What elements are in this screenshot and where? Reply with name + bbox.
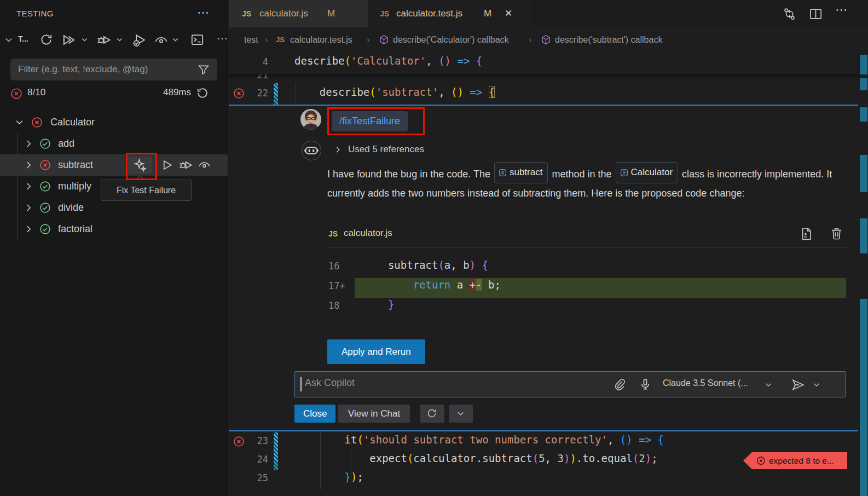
tab-calculator-js[interactable]: JS calculator.js M	[229, 0, 368, 27]
code-text: });	[294, 471, 363, 483]
chevron-right-icon[interactable]	[24, 160, 33, 170]
test-pass-icon	[39, 138, 51, 149]
reveal-test-eye-icon[interactable]	[198, 159, 211, 171]
close-icon[interactable]: ✕	[505, 0, 512, 27]
tab-modified-badge: M	[327, 0, 335, 27]
js-file-icon: JS	[380, 0, 389, 27]
line-number: 4	[231, 56, 268, 67]
line-number: 23	[231, 435, 268, 446]
symbol-chip-subtract[interactable]: @subtract	[494, 162, 548, 183]
terminal-icon[interactable]	[190, 33, 204, 47]
tab-title: calculator.test.js	[396, 0, 462, 27]
toolbar-more-icon[interactable]: ⋯	[217, 32, 228, 45]
tree-item-label: Calculator	[50, 112, 95, 133]
tree-item-subtract[interactable]: subtract	[0, 154, 228, 176]
sidebar-more-icon[interactable]: ⋯	[197, 5, 209, 20]
breadcrumb-item-describe-calculator[interactable]: describe('Calculator') callback	[393, 27, 509, 52]
send-options-chevron-icon[interactable]	[813, 381, 820, 389]
rerun-last-icon[interactable]	[196, 86, 209, 100]
code-text: describe('Calculator', () => {	[294, 55, 482, 67]
code-line-22[interactable]: 22 describe('subtract', () => {	[229, 83, 858, 105]
chevron-right-icon[interactable]	[334, 146, 342, 154]
run-all-tests-icon[interactable]	[61, 33, 76, 47]
chevron-right-icon[interactable]	[24, 224, 33, 234]
test-fail-icon	[31, 117, 43, 128]
js-file-icon: JS	[328, 229, 338, 238]
apply-diff-icon[interactable]	[799, 227, 813, 240]
line-number: 16	[313, 261, 346, 272]
ask-copilot-input[interactable]: Ask Copilot Claude 3.5 Sonnet (...	[294, 371, 846, 397]
breadcrumb-item-test[interactable]: test	[244, 27, 258, 52]
filter-funnel-icon[interactable]	[198, 64, 210, 76]
breadcrumb: test › JS calculator.test.js › describe(…	[229, 27, 858, 52]
model-chevron-down-icon[interactable]	[765, 381, 772, 389]
vscode-window: TESTING ⋯ T... ⋯ Filter (e.g. text, !exc…	[0, 0, 868, 496]
discard-trash-icon[interactable]	[830, 227, 843, 240]
symbol-method-icon: @	[499, 169, 507, 177]
chevron-right-icon[interactable]	[24, 182, 33, 191]
tree-item-label: add	[58, 133, 74, 154]
watch-tests-eye-icon[interactable]	[154, 33, 168, 47]
inline-chat-widget: /fixTestFailure Used 5 references I have…	[229, 106, 858, 430]
codeblock-filename[interactable]: calculator.js	[344, 228, 392, 239]
breadcrumb-separator: ›	[529, 27, 531, 52]
chevron-right-icon[interactable]	[24, 139, 33, 148]
symbol-cube-icon	[541, 34, 551, 45]
chevron-down-icon[interactable]	[4, 36, 13, 44]
tree-item-label: subtract	[58, 154, 93, 176]
rerun-request-button[interactable]	[420, 405, 444, 423]
test-failure-annotation[interactable]: expected 8 to e...	[743, 452, 847, 469]
editor-tab-bar: JS calculator.js M JS calculator.test.js…	[229, 0, 868, 27]
avatar	[300, 109, 321, 132]
tree-item-factorial[interactable]: factorial	[0, 218, 228, 240]
microphone-icon[interactable]	[639, 378, 652, 391]
breadcrumb-item-file[interactable]: calculator.test.js	[290, 27, 352, 52]
send-icon[interactable]	[791, 378, 805, 392]
debug-test-icon[interactable]	[178, 158, 192, 172]
line-number: 17+	[313, 280, 346, 291]
split-editor-icon[interactable]	[809, 7, 823, 21]
symbol-chip-calculator[interactable]: @Calculator	[616, 162, 679, 183]
test-filter-input[interactable]: Filter (e.g. text, !exclude, @tag)	[10, 59, 217, 80]
attach-paperclip-icon[interactable]	[614, 378, 626, 391]
open-changes-icon[interactable]	[783, 7, 796, 21]
editor-more-icon[interactable]: ⋯	[835, 3, 847, 17]
tree-item-calculator[interactable]: Calculator	[0, 112, 228, 133]
testing-toolbar: T... ⋯	[0, 31, 228, 49]
refresh-tests-icon[interactable]	[39, 33, 53, 47]
chevron-right-icon[interactable]	[24, 203, 33, 212]
run-dropdown-chevron-icon[interactable]	[81, 36, 88, 43]
test-fail-icon	[39, 159, 51, 171]
copilot-avatar	[302, 141, 321, 160]
close-button[interactable]: Close	[294, 405, 335, 423]
codeblock-header: JS calculator.js	[327, 226, 846, 245]
svg-text:@: @	[501, 170, 504, 175]
filter-placeholder: Filter (e.g. text, !exclude, @tag)	[18, 59, 148, 80]
tree-item-add[interactable]: add	[0, 133, 228, 154]
sticky-scroll-line[interactable]: 4 describe('Calculator', () => {	[229, 52, 858, 74]
model-picker[interactable]: Claude 3.5 Sonnet (...	[663, 378, 748, 388]
test-pass-icon	[39, 202, 51, 214]
debug-all-tests-icon[interactable]	[96, 33, 111, 47]
chat-response-text: I have found the bug in the code. The @s…	[327, 163, 846, 203]
tab-calculator-test-js[interactable]: JS calculator.test.js M ✕	[368, 0, 531, 27]
code-line-25[interactable]: 25 });	[229, 470, 858, 488]
git-modified-gutter	[274, 83, 278, 105]
toolbar-section-label[interactable]: T...	[18, 34, 28, 43]
breadcrumb-item-describe-subtract[interactable]: describe('subtract') callback	[555, 27, 662, 52]
debug-dropdown-chevron-icon[interactable]	[116, 36, 123, 43]
watch-dropdown-chevron-icon[interactable]	[172, 36, 179, 43]
js-file-icon: JS	[242, 0, 251, 27]
chevron-down-icon[interactable]	[15, 118, 24, 127]
more-actions-dropdown-button[interactable]	[449, 405, 473, 423]
apply-and-rerun-button[interactable]: Apply and Rerun	[327, 339, 425, 364]
testing-sidebar: TESTING ⋯ T... ⋯ Filter (e.g. text, !exc…	[0, 0, 228, 496]
run-with-coverage-icon[interactable]	[132, 33, 147, 47]
run-test-icon[interactable]	[161, 159, 173, 171]
annotation-box-command	[327, 107, 425, 135]
view-in-chat-button[interactable]: View in Chat	[338, 405, 410, 423]
code-line-23[interactable]: 23 it('should subtract two numbers corre…	[229, 432, 858, 451]
used-references-toggle[interactable]: Used 5 references	[348, 144, 424, 155]
fix-test-failure-tooltip: Fix Test Failure	[101, 180, 192, 201]
code-line-24[interactable]: 24 expect(calculator.subtract(5, 3)).to.…	[229, 451, 858, 470]
